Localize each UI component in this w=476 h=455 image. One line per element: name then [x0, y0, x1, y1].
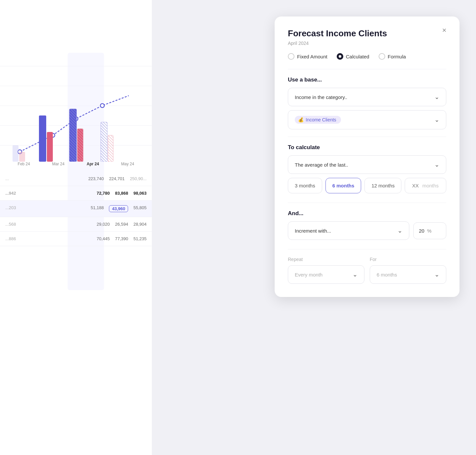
repeat-dropdown-value: Every month [295, 272, 323, 277]
close-button[interactable]: × [438, 24, 450, 36]
for-label: For [370, 257, 446, 262]
percent-symbol: % [427, 228, 431, 234]
repeat-dropdown[interactable]: Every month ⌄ [288, 265, 364, 284]
to-calculate-label: To calculate [288, 144, 446, 151]
increment-dropdown[interactable]: Increment with... ⌄ [288, 221, 409, 240]
panel-title: Forecast Income Clients [288, 28, 446, 39]
category-dropdown-chevron-icon: ⌄ [434, 116, 439, 123]
table-row: ...942 72,780 83,868 98,063 [0, 186, 152, 201]
svg-rect-7 [47, 132, 53, 162]
repeat-dropdown-chevron-icon: ⌄ [353, 271, 357, 278]
month-label-feb: Feb 24 [18, 162, 30, 166]
repeat-for-row: Repeat Every month ⌄ For 6 months ⌄ [288, 257, 446, 284]
radio-circle-calculated [337, 53, 343, 60]
radio-circle-formula [379, 53, 385, 60]
svg-rect-13 [108, 135, 113, 162]
for-section: For 6 months ⌄ [370, 257, 446, 284]
chart-svg [0, 49, 152, 162]
category-badge-icon: 💰 [298, 117, 304, 122]
month-label-mar: Mar 24 [52, 162, 64, 166]
svg-rect-6 [39, 115, 46, 162]
svg-rect-11 [77, 129, 83, 162]
month-btn-3[interactable]: 3 months [288, 178, 322, 193]
radio-circle-fixed [288, 53, 294, 60]
calculate-dropdown-chevron-icon: ⌄ [434, 161, 439, 168]
calculate-dropdown-value: The average of the last.. [295, 162, 348, 168]
base-dropdown-value: Income in the category.. [295, 94, 347, 100]
month-btn-6[interactable]: 6 months [325, 178, 361, 193]
table-row: ...886 70,445 77,390 51,235 [0, 232, 152, 246]
data-table: ... 223,740 224,701 250,90... ...942 72,… [0, 172, 152, 246]
custom-months-input[interactable] [410, 183, 420, 188]
month-label-may: May 24 [121, 162, 134, 166]
svg-rect-10 [69, 109, 77, 162]
and-row: Increment with... ⌄ 20 % [288, 221, 446, 240]
chart-area: Feb 24 Mar 24 Apr 24 May 24 ... 223,740 … [0, 0, 152, 455]
month-labels-row: Feb 24 Mar 24 Apr 24 May 24 [0, 162, 152, 166]
and-label: And... [288, 210, 446, 217]
category-dropdown[interactable]: 💰 Income Clients ⌄ [288, 110, 446, 129]
svg-rect-4 [13, 145, 18, 162]
for-dropdown-value: 6 months [377, 272, 397, 277]
radio-formula[interactable]: Formula [379, 53, 406, 60]
category-badge-label: Income Clients [306, 117, 336, 122]
divider-4 [288, 249, 446, 249]
svg-rect-12 [101, 122, 107, 162]
month-label-apr: Apr 24 [87, 162, 99, 166]
radio-label-formula: Formula [388, 54, 406, 59]
repeat-section: Repeat Every month ⌄ [288, 257, 364, 284]
increment-value: 20 [419, 228, 425, 234]
custom-months-label: months [422, 183, 438, 188]
use-base-label: Use a base... [288, 77, 446, 83]
category-badge: 💰 Income Clients [295, 116, 341, 124]
forecast-panel: × Forecast Income Clients April 2024 Fix… [275, 16, 459, 297]
for-dropdown[interactable]: 6 months ⌄ [370, 265, 446, 284]
radio-group: Fixed Amount Calculated Formula [288, 53, 446, 60]
repeat-label: Repeat [288, 257, 364, 262]
month-btn-12[interactable]: 12 months [364, 178, 401, 193]
svg-rect-5 [19, 152, 25, 162]
month-buttons-row: 3 months 6 months 12 months months [288, 178, 446, 193]
base-dropdown-chevron-icon: ⌄ [434, 93, 439, 101]
divider-2 [288, 137, 446, 137]
calculate-dropdown[interactable]: The average of the last.. ⌄ [288, 155, 446, 174]
divider-3 [288, 203, 446, 203]
panel-subtitle: April 2024 [288, 41, 446, 46]
radio-label-fixed: Fixed Amount [297, 54, 327, 59]
radio-calculated[interactable]: Calculated [337, 53, 369, 60]
increment-dropdown-value: Increment with... [295, 228, 331, 234]
table-row-highlighted: ...203 51,188 43,960 55,805 [0, 201, 152, 217]
divider-1 [288, 69, 446, 69]
svg-point-3 [100, 104, 104, 108]
for-dropdown-chevron-icon: ⌄ [434, 271, 439, 278]
month-btn-custom[interactable]: months [405, 178, 446, 193]
percent-box: 20 % [413, 222, 446, 239]
base-dropdown[interactable]: Income in the category.. ⌄ [288, 88, 446, 106]
radio-fixed-amount[interactable]: Fixed Amount [288, 53, 327, 60]
table-row: ... 223,740 224,701 250,90... [0, 172, 152, 186]
increment-dropdown-chevron-icon: ⌄ [397, 227, 402, 234]
table-row: ...568 29,020 26,594 28,904 [0, 217, 152, 232]
radio-label-calculated: Calculated [346, 54, 369, 59]
